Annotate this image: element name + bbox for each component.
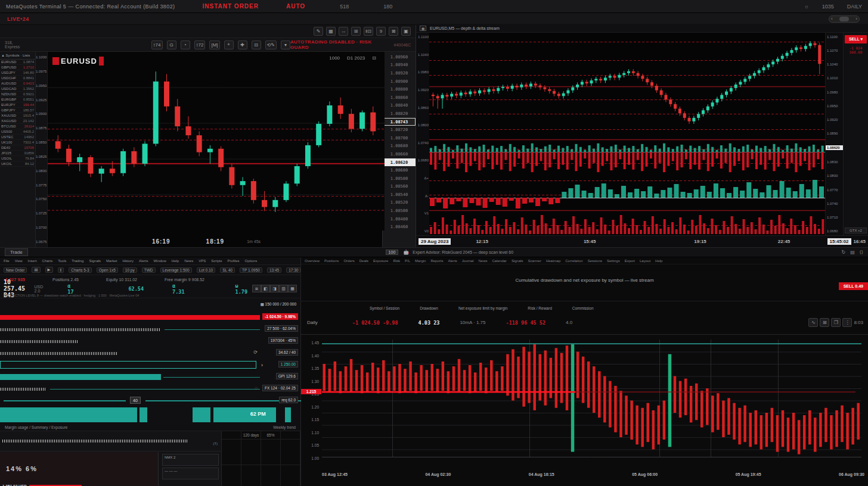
menu-item[interactable]: P/L: [405, 259, 410, 263]
watchlist-row[interactable]: XAGUSD23.142: [0, 119, 35, 124]
toolbar-button[interactable]: 13:45: [267, 267, 281, 273]
menu-item[interactable]: Heatmap: [546, 259, 560, 263]
refresh-icon[interactable]: ↻: [841, 250, 845, 255]
menu-item[interactable]: Journal: [462, 259, 474, 263]
chart-tool-icon[interactable]: ⌖: [224, 40, 234, 49]
view-segment-button[interactable]: ≣: [252, 285, 261, 292]
toggle-knob[interactable]: [839, 17, 849, 21]
chart-tool-icon[interactable]: ✚: [238, 40, 247, 49]
menu-item[interactable]: Alerts: [448, 259, 457, 263]
chart-tool-icon[interactable]: [M]: [209, 40, 219, 49]
watchlist-row[interactable]: EURJPY159.44: [0, 102, 35, 108]
toolbar-icon[interactable]: ▣: [401, 27, 411, 36]
watchlist-row[interactable]: BTCUSD26114: [0, 124, 35, 129]
toolbar-button[interactable]: SL 40: [220, 267, 235, 273]
menu-item[interactable]: Export: [625, 259, 635, 263]
watchlist-row[interactable]: USTEC14962: [0, 135, 35, 140]
chart-tool-icon[interactable]: G: [167, 40, 176, 49]
toolbar-button[interactable]: Open 1x5: [97, 267, 118, 273]
toolbar-icon[interactable]: ▦: [326, 27, 336, 36]
menu-item[interactable]: Alerts: [139, 259, 148, 263]
chart-tool-icon[interactable]: ↕72: [194, 40, 206, 49]
menu-item[interactable]: Orders: [343, 259, 354, 263]
chart-tool-icon[interactable]: ◔: [181, 40, 190, 49]
table-action-icon[interactable]: ⊞: [820, 318, 829, 327]
menu-item[interactable]: Sessions: [588, 259, 602, 263]
menu-item[interactable]: Correlation: [565, 259, 582, 263]
dom-price-row[interactable]: 1.08540: [383, 191, 416, 199]
menu-item[interactable]: File: [4, 259, 10, 263]
chart-tool-icon[interactable]: ↕74: [151, 40, 163, 49]
menu-item[interactable]: Profiles: [228, 259, 240, 263]
menu-item[interactable]: Window: [153, 259, 166, 263]
dom-price-row[interactable]: 1.08860: [383, 94, 416, 102]
chart-tool-icon[interactable]: ▾: [281, 40, 290, 49]
daily-mode-label[interactable]: DAILY: [847, 4, 862, 10]
toolbar-icon[interactable]: ⊠: [389, 27, 398, 36]
watchlist-row[interactable]: GBPUSD1.2710: [0, 65, 35, 70]
menu-item[interactable]: Settings: [607, 259, 620, 263]
toolbar-button[interactable]: ‖: [58, 267, 64, 273]
dom-price-row[interactable]: 1.08460: [383, 223, 416, 231]
view-segment-button[interactable]: ◧: [261, 285, 270, 292]
dom-price-row[interactable]: 1.08660: [383, 150, 416, 158]
dom-price-row[interactable]: 1.08700: [383, 134, 416, 142]
view-segment-button[interactable]: ◨: [270, 285, 279, 292]
menu-item[interactable]: Signals: [89, 259, 101, 263]
toolbar-button[interactable]: 10 py: [123, 267, 137, 273]
menu-item[interactable]: Overview: [305, 259, 320, 263]
menu-item[interactable]: Positions: [324, 259, 339, 263]
dom-price-row[interactable]: 1.08620: [383, 158, 416, 167]
toolbar-icon[interactable]: ‖⊡: [364, 27, 373, 36]
multipane-chart[interactable]: [429, 33, 825, 235]
watchlist-row[interactable]: GBPJPY186.57: [0, 108, 35, 113]
dom-price-row[interactable]: 1.08480: [383, 215, 416, 223]
watchlist-row[interactable]: DE4015705: [0, 145, 35, 151]
menu-item[interactable]: VPS: [199, 259, 206, 263]
chart-info-item[interactable]: 1000: [329, 55, 340, 61]
chart-info-item[interactable]: D1 2023: [347, 55, 365, 61]
toolbar-button[interactable]: New Order: [4, 267, 27, 273]
dom-price-row[interactable]: 1.08720: [383, 126, 416, 134]
view-segment-button[interactable]: ▥: [279, 285, 288, 292]
table-action-icon[interactable]: ❐: [831, 318, 841, 327]
menu-item[interactable]: Reports: [430, 259, 443, 263]
title-item-2[interactable]: 180: [383, 4, 392, 10]
menu-item[interactable]: News: [479, 259, 488, 263]
watchlist-row[interactable]: USOIL79.84: [0, 156, 35, 161]
toolbar-button[interactable]: TWD: [142, 267, 156, 273]
watchlist-row[interactable]: XAUUSD1915.4: [0, 113, 35, 119]
tab-trade[interactable]: Trade: [5, 248, 28, 256]
menu-item[interactable]: View: [15, 259, 23, 263]
toolbar-button[interactable]: TP 1.0950: [240, 267, 262, 273]
watchlist-row[interactable]: EURGBP0.8551: [0, 97, 35, 102]
row-icon[interactable]: ⟳: [253, 350, 258, 355]
chart-info-item[interactable]: ⊟: [372, 55, 376, 61]
dom-price-row[interactable]: 1.08960: [383, 53, 416, 61]
dom-price-row[interactable]: 1.08820: [383, 110, 416, 118]
watchlist-row[interactable]: USDJPY146.80: [0, 70, 35, 76]
menu-item[interactable]: Signals: [512, 259, 523, 263]
dom-price-row[interactable]: 1.08743: [383, 118, 416, 126]
account-toggle-pill[interactable]: ‹›: [829, 15, 860, 23]
watchlist-row[interactable]: USDCHF0.8841: [0, 76, 35, 81]
table-action-icon[interactable]: ⋮: [842, 318, 852, 327]
menu-item[interactable]: Options: [245, 259, 258, 263]
drawdown-chart[interactable]: 1.451.401.351.301.251.201.151.101.051.00…: [301, 339, 868, 467]
exposure-bar-row[interactable]: 40req 62.0: [0, 395, 300, 407]
menu-item[interactable]: Scanner: [528, 259, 541, 263]
table-action-icon[interactable]: ∿: [808, 318, 818, 327]
title-item-1[interactable]: 518: [340, 4, 349, 10]
sell-button[interactable]: SELL ▾: [845, 35, 867, 43]
menu-item[interactable]: Trading: [72, 259, 83, 263]
menu-item[interactable]: Scripts: [211, 259, 222, 263]
menu-item[interactable]: Market: [106, 259, 117, 263]
menu-item[interactable]: Deals: [359, 259, 368, 263]
toolbar-button[interactable]: Leverage 1:500: [160, 267, 192, 273]
dom-price-row[interactable]: 1.08940: [383, 61, 416, 70]
toolbar-button[interactable]: 17:30: [286, 267, 300, 273]
toolbar-icon[interactable]: ↔: [339, 27, 348, 36]
dom-price-row[interactable]: 1.08500: [383, 207, 416, 215]
candlestick-chart-left[interactable]: EURUSD 1000D1 2023⊟ 16:19 18:19 1m 45s: [48, 52, 382, 247]
watchlist-row[interactable]: AUDUSD0.6423: [0, 81, 35, 86]
